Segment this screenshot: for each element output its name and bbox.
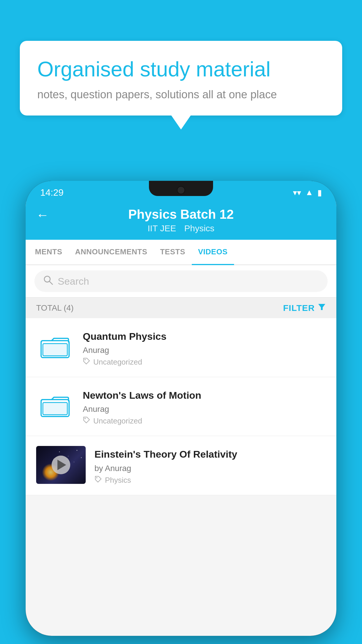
svg-marker-2 — [318, 304, 325, 310]
status-icons: ▾▾ ▲ ▮ — [293, 188, 322, 197]
video-tag: Uncategorized — [93, 358, 142, 367]
tab-announcements[interactable]: ANNOUNCEMENTS — [69, 240, 154, 265]
play-button[interactable] — [52, 456, 70, 474]
wifi-icon: ▾▾ — [293, 188, 301, 197]
svg-rect-4 — [43, 344, 67, 356]
video-folder-icon — [36, 328, 74, 366]
search-container: Search — [26, 265, 336, 298]
filter-label: FILTER — [283, 303, 315, 313]
video-tag-row: Physics — [94, 475, 326, 485]
header-tags: IIT JEE Physics — [147, 223, 214, 233]
filter-button[interactable]: FILTER — [283, 303, 326, 313]
app-header: ← Physics Batch 12 IIT JEE Physics — [26, 201, 336, 240]
filter-funnel-icon — [318, 303, 326, 313]
back-button[interactable]: ← — [36, 208, 49, 222]
video-info: Quantum Physics Anurag Uncategorized — [83, 328, 326, 367]
video-title: Einstein's Theory Of Relativity — [94, 448, 326, 461]
phone-camera — [177, 186, 185, 194]
video-author: by Anurag — [94, 464, 326, 473]
video-tag-row: Uncategorized — [83, 357, 326, 367]
svg-point-8 — [85, 418, 86, 419]
tag-icon — [83, 416, 90, 426]
video-author: Anurag — [83, 346, 326, 355]
search-icon — [43, 275, 53, 287]
svg-point-10 — [68, 456, 68, 456]
video-title: Quantum Physics — [83, 330, 326, 343]
list-item[interactable]: Quantum Physics Anurag Uncategorized — [26, 318, 336, 377]
list-item[interactable]: Einstein's Theory Of Relativity by Anura… — [26, 436, 336, 495]
phone-notch — [149, 181, 213, 196]
svg-line-1 — [50, 281, 52, 284]
video-info: Newton's Laws of Motion Anurag Uncategor… — [83, 387, 326, 426]
status-time: 14:29 — [40, 187, 64, 198]
filter-bar: TOTAL (4) FILTER — [26, 298, 336, 318]
video-info: Einstein's Theory Of Relativity by Anura… — [94, 446, 326, 485]
speech-bubble-wrapper: Organised study material notes, question… — [20, 41, 342, 116]
phone-frame: 14:29 ▾▾ ▲ ▮ ← Physics Batch 12 IIT JEE … — [26, 181, 336, 636]
search-input-wrapper[interactable]: Search — [34, 270, 328, 292]
play-triangle-icon — [57, 460, 66, 470]
svg-point-13 — [74, 462, 74, 462]
header-tag-physics: Physics — [184, 223, 214, 233]
tabs-bar: MENTS ANNOUNCEMENTS TESTS VIDEOS — [26, 240, 336, 265]
video-list: Quantum Physics Anurag Uncategorized — [26, 318, 336, 495]
video-tag-row: Uncategorized — [83, 416, 326, 426]
video-thumbnail — [36, 446, 86, 484]
video-tag: Uncategorized — [93, 416, 142, 426]
svg-rect-7 — [43, 402, 67, 415]
batch-title: Physics Batch 12 — [128, 207, 234, 222]
speech-bubble: Organised study material notes, question… — [20, 41, 342, 116]
tab-tests[interactable]: TESTS — [154, 240, 191, 265]
phone-screen: ← Physics Batch 12 IIT JEE Physics MENTS… — [26, 201, 336, 636]
tab-videos[interactable]: VIDEOS — [192, 240, 234, 265]
svg-point-5 — [85, 359, 86, 360]
video-folder-icon — [36, 387, 74, 425]
video-title: Newton's Laws of Motion — [83, 389, 326, 402]
svg-point-11 — [77, 450, 78, 451]
video-author: Anurag — [83, 405, 326, 414]
search-input[interactable]: Search — [58, 276, 89, 287]
tag-icon — [94, 475, 102, 485]
svg-point-9 — [59, 452, 60, 452]
battery-icon: ▮ — [317, 188, 322, 197]
speech-bubble-title: Organised study material — [37, 57, 325, 81]
svg-point-16 — [96, 477, 97, 478]
video-tag: Physics — [105, 476, 131, 485]
tag-icon — [83, 357, 90, 367]
header-tag-iitjee: IIT JEE — [147, 223, 176, 233]
tab-ments[interactable]: MENTS — [29, 240, 69, 265]
svg-point-14 — [81, 457, 82, 458]
speech-bubble-subtitle: notes, question papers, solutions all at… — [37, 88, 325, 101]
total-label: TOTAL (4) — [36, 303, 74, 313]
list-item[interactable]: Newton's Laws of Motion Anurag Uncategor… — [26, 377, 336, 436]
signal-icon: ▲ — [305, 188, 313, 197]
